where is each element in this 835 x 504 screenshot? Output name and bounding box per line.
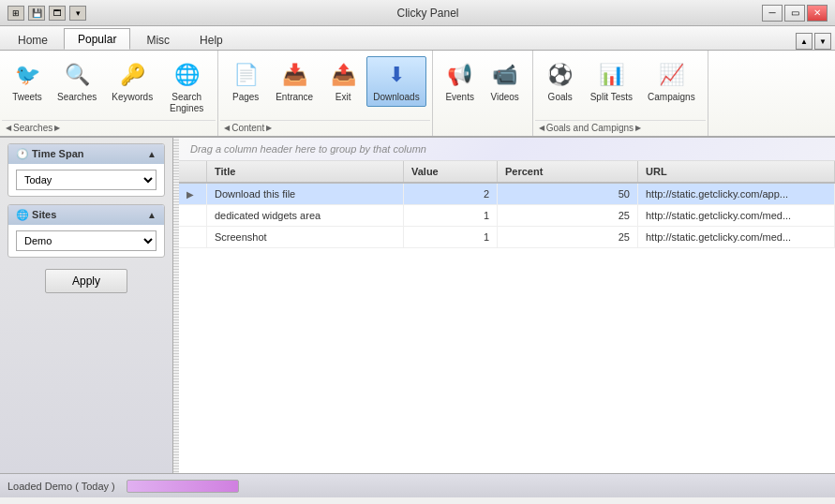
- campaigns-icon: 📈: [656, 60, 686, 90]
- sites-select[interactable]: Demo Site 1 Site 2: [16, 230, 157, 251]
- sites-section: 🌐 Sites ▲ Demo Site 1 Site 2: [7, 204, 165, 258]
- url-column-header[interactable]: URL: [638, 161, 835, 182]
- sites-icon: 🌐: [16, 209, 29, 220]
- window-icon[interactable]: 🗔: [49, 6, 66, 21]
- search-engines-icon: 🌐: [171, 60, 201, 90]
- events-label: Events: [445, 92, 474, 103]
- searches-label: Searches: [57, 92, 97, 103]
- status-text: Loaded Demo ( Today ): [7, 481, 115, 492]
- content-group-label: ◀ Content ▶: [220, 120, 430, 136]
- tab-help[interactable]: Help: [186, 29, 237, 50]
- keywords-label: Keywords: [112, 92, 153, 103]
- minimize-button[interactable]: ─: [762, 5, 783, 22]
- campaigns-button[interactable]: 📈 Campaigns: [641, 56, 702, 107]
- entrance-icon: 📥: [279, 60, 309, 90]
- ribbon-group-searches: 🐦 Tweets 🔍 Searches 🔑 Keywords 🌐 Search …: [0, 51, 218, 136]
- grid-header: Title Value Percent URL: [179, 161, 835, 184]
- title-column-header[interactable]: Title: [207, 161, 404, 182]
- dropdown-icon[interactable]: ▾: [69, 6, 86, 21]
- search-engines-label: Search Engines: [168, 92, 205, 114]
- row2-value: 1: [404, 205, 498, 226]
- apply-button[interactable]: Apply: [45, 269, 127, 293]
- title-bar: ⊞ 💾 🗔 ▾ Clicky Panel ─ ▭ ✕: [0, 0, 835, 26]
- content-area: Drag a column header here to group by th…: [179, 138, 835, 473]
- scroll-right: ▶: [54, 124, 60, 132]
- ribbon-panel: 🐦 Tweets 🔍 Searches 🔑 Keywords 🌐 Search …: [0, 51, 835, 138]
- row3-value: 1: [404, 227, 498, 247]
- row3-expand: [179, 227, 207, 247]
- events-button[interactable]: 📢 Events: [439, 56, 482, 107]
- split-tests-icon: 📊: [596, 60, 626, 90]
- row1-percent: 50: [498, 184, 638, 204]
- pages-icon: 📄: [231, 60, 261, 90]
- entrance-button[interactable]: 📥 Entrance: [269, 56, 320, 107]
- keywords-button[interactable]: 🔑 Keywords: [105, 56, 159, 107]
- table-row[interactable]: ▶ Download this file 2 50 http://static.…: [179, 184, 835, 205]
- pages-button[interactable]: 📄 Pages: [224, 56, 267, 107]
- campaigns-label: Campaigns: [648, 92, 695, 103]
- videos-label: Videos: [490, 92, 518, 103]
- grid-icon[interactable]: ⊞: [7, 6, 24, 21]
- entrance-label: Entrance: [276, 92, 313, 103]
- videos-button[interactable]: 📹 Videos: [484, 56, 527, 107]
- downloads-label: Downloads: [373, 92, 419, 103]
- status-bar: Loaded Demo ( Today ): [0, 473, 835, 497]
- main-layout: 🕐 Time Span ▲ Today Yesterday Last 7 day…: [0, 138, 835, 473]
- title-bar-icons: ⊞ 💾 🗔 ▾: [7, 6, 86, 21]
- table-row[interactable]: Screenshot 1 25 http://static.getclicky.…: [179, 227, 835, 248]
- ribbon-up-arrow[interactable]: ▲: [796, 33, 813, 50]
- row3-url: http://static.getclicky.com/med...: [638, 227, 835, 247]
- tweets-button[interactable]: 🐦 Tweets: [6, 56, 49, 107]
- exit-label: Exit: [335, 92, 351, 103]
- split-tests-label: Split Tests: [590, 92, 633, 103]
- tab-home[interactable]: Home: [4, 29, 62, 50]
- time-span-section: 🕐 Time Span ▲ Today Yesterday Last 7 day…: [7, 143, 165, 197]
- row2-percent: 25: [498, 205, 638, 226]
- searches-group-items: 🐦 Tweets 🔍 Searches 🔑 Keywords 🌐 Search …: [2, 54, 216, 120]
- row3-percent: 25: [498, 227, 638, 247]
- row3-title: Screenshot: [207, 227, 404, 247]
- ribbon-group-goals: ⚽ Goals 📊 Split Tests 📈 Campaigns ◀ Goal…: [533, 51, 708, 136]
- row1-title: Download this file: [207, 184, 404, 204]
- expand-column-header[interactable]: [179, 161, 207, 182]
- time-span-header[interactable]: 🕐 Time Span ▲: [8, 144, 164, 164]
- percent-column-header[interactable]: Percent: [498, 161, 638, 182]
- save-icon[interactable]: 💾: [28, 6, 45, 21]
- row1-url: http://static.getclicky.com/app...: [638, 184, 835, 204]
- searches-group-label: ◀ Searches ▶: [2, 120, 216, 136]
- drag-hint: Drag a column header here to group by th…: [179, 138, 835, 161]
- clock-icon: 🕐: [16, 148, 29, 159]
- tab-popular[interactable]: Popular: [64, 28, 130, 50]
- row1-expand[interactable]: ▶: [179, 184, 207, 204]
- status-progress-bar: [127, 480, 239, 493]
- data-grid: Title Value Percent URL ▶ Download this …: [179, 161, 835, 473]
- time-span-select[interactable]: Today Yesterday Last 7 days Last 30 days: [16, 170, 157, 190]
- events-group-items: 📢 Events 📹 Videos: [435, 54, 530, 120]
- sidebar: 🕐 Time Span ▲ Today Yesterday Last 7 day…: [0, 138, 173, 473]
- ribbon-group-events: 📢 Events 📹 Videos .: [433, 51, 533, 136]
- table-row[interactable]: dedicated widgets area 1 25 http://stati…: [179, 205, 835, 227]
- sites-header[interactable]: 🌐 Sites ▲: [8, 205, 164, 225]
- events-icon: 📢: [445, 60, 475, 90]
- tab-misc[interactable]: Misc: [132, 29, 184, 50]
- close-button[interactable]: ✕: [807, 5, 828, 22]
- ribbon-down-arrow[interactable]: ▼: [814, 33, 831, 50]
- tweets-icon: 🐦: [12, 60, 42, 90]
- sites-body: Demo Site 1 Site 2: [8, 225, 164, 257]
- ribbon-group-content: 📄 Pages 📥 Entrance 📤 Exit ⬇ Downloads ◀ …: [218, 51, 433, 136]
- search-engines-button[interactable]: 🌐 Search Engines: [161, 56, 212, 118]
- downloads-button[interactable]: ⬇ Downloads: [366, 56, 425, 107]
- exit-button[interactable]: 📤 Exit: [321, 56, 365, 107]
- searches-button[interactable]: 🔍 Searches: [51, 56, 103, 107]
- goals-label: Goals: [548, 92, 573, 103]
- time-span-expand-icon: ▲: [147, 149, 157, 159]
- value-column-header[interactable]: Value: [404, 161, 498, 182]
- time-span-title: Time Span: [32, 148, 83, 159]
- split-tests-button[interactable]: 📊 Split Tests: [584, 56, 639, 107]
- goals-group-label: ◀ Goals and Campigns ▶: [535, 120, 706, 136]
- row1-value: 2: [404, 184, 498, 204]
- restore-button[interactable]: ▭: [784, 5, 805, 22]
- goals-button[interactable]: ⚽ Goals: [539, 56, 582, 107]
- exit-icon: 📤: [328, 60, 358, 90]
- downloads-icon: ⬇: [381, 60, 411, 90]
